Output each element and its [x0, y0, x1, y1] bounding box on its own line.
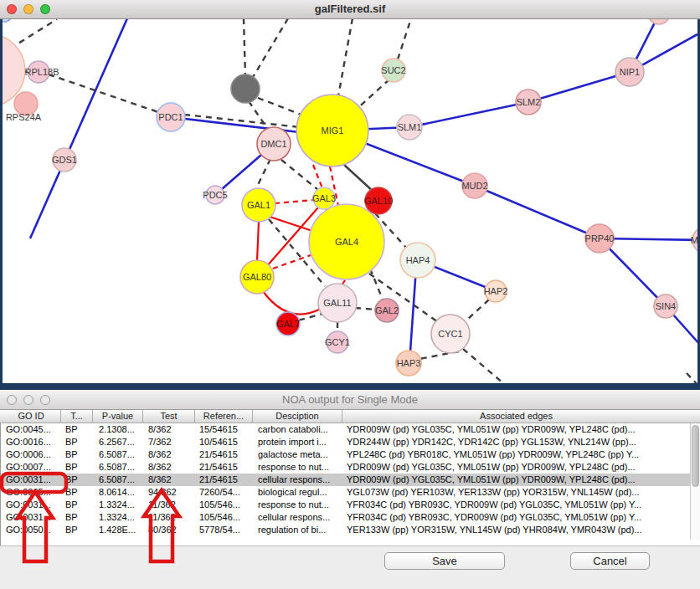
graph-window: RPL18BRPS24AGDS1PDC1MIG1DMC1SUC2SLM1SLM2… [0, 0, 700, 383]
graph-node-SLM1[interactable]: SLM1 [397, 115, 422, 140]
graph-node-label: PRP40 [585, 233, 615, 243]
graph-node-label: HAP2 [484, 286, 508, 296]
cell-go-id: GO:0050... [6, 524, 61, 536]
cell-description: cellular respons... [258, 474, 342, 486]
graph-node-label: SUC2 [381, 65, 405, 75]
graph-node-GAL7[interactable]: GAL7 [276, 312, 300, 335]
cell-test: 11/362 [148, 511, 195, 524]
cell-associated-edges: YER133W (pp) YOR315W, YNL145W (pd) YHR08… [347, 524, 690, 536]
cell-test: 80/362 [148, 524, 195, 536]
cell-description: response to nut... [258, 499, 342, 511]
table-row-5[interactable]: GO:0065...BP8.0614...94/3627260/54...bio… [2, 486, 691, 499]
table-row-2[interactable]: GO:0006...BP6.5087...8/36221/54615galact… [2, 448, 691, 461]
cell-go-id: GO:0065... [6, 486, 61, 499]
cell-p-value: 1.428E... [99, 524, 144, 536]
noa-window-title: NOA output for Single Mode [0, 393, 700, 406]
cell-type: BP [65, 511, 93, 524]
cell-type: BP [65, 448, 93, 461]
graph-node-GAL1[interactable]: GAL1 [242, 188, 275, 222]
table-row-7[interactable]: GO:0031...BP1.3324...11/362105/546...cel… [2, 511, 691, 524]
network-canvas[interactable]: RPL18BRPS24AGDS1PDC1MIG1DMC1SUC2SLM1SLM2… [0, 0, 700, 383]
graph-node-NIP1[interactable]: NIP1 [615, 58, 644, 86]
column-header-5[interactable]: Desciption [253, 410, 342, 423]
noa-output-window: NOA output for Single Mode GO IDT...P-va… [0, 390, 700, 589]
cell-associated-edges: YPL248C (pd) YBR018C, YML051W (pp) YDR00… [347, 448, 690, 461]
graph-node-label: MIG1 [322, 125, 344, 136]
cell-reference: 21/54615 [199, 474, 253, 486]
graph-node-label: PDC1 [158, 112, 183, 122]
cell-p-value: 6.2567... [99, 436, 144, 448]
cancel-button[interactable]: Cancel [570, 552, 650, 570]
graph-node-label: GAL2 [375, 305, 399, 315]
graph-node-label: PDC5 [203, 190, 227, 200]
graph-node-label: HAP4 [406, 255, 430, 265]
graph-node-PDC1[interactable]: PDC1 [157, 103, 185, 131]
graph-node-label: SLM2 [517, 97, 541, 107]
graph-node-MIG1[interactable]: MIG1 [296, 95, 368, 166]
graph-node-SLM2[interactable]: SLM2 [516, 90, 541, 115]
graph-node-MUD2[interactable]: MUD2 [461, 173, 487, 198]
graph-node-gray-node[interactable] [231, 74, 260, 103]
column-header-1[interactable]: T... [61, 410, 93, 423]
cell-reference: 5778/54... [199, 524, 253, 536]
cell-description: galactose meta... [258, 448, 342, 461]
graph-node-CYC1[interactable]: CYC1 [431, 315, 470, 353]
cell-test: 8/362 [148, 474, 195, 486]
table-row-3[interactable]: GO:0007...BP6.5087...8/36221/54615respon… [2, 461, 691, 474]
cell-go-id: GO:0031... [6, 474, 61, 486]
table-row-6[interactable]: GO:0031...BP1.3324...11/362105/546...res… [2, 499, 691, 511]
cell-p-value: 8.0614... [99, 486, 144, 499]
graph-node-HAP2[interactable]: HAP2 [484, 280, 508, 302]
graph-node-GAL4[interactable]: GAL4 [309, 204, 384, 279]
cell-p-value: 2.1308... [99, 423, 144, 436]
graph-node-label: MSL1 [691, 235, 700, 245]
graph-node-GAL80[interactable]: GAL80 [240, 260, 274, 294]
column-header-6[interactable]: Associated edges [342, 410, 690, 423]
graph-node-DMC1[interactable]: DMC1 [257, 127, 291, 161]
graph-node-PRP40[interactable]: PRP40 [585, 224, 615, 253]
column-header-4[interactable]: Referen... [195, 410, 253, 423]
cell-test: 94/362 [148, 486, 195, 499]
graph-node-GAL2[interactable]: GAL2 [375, 299, 399, 322]
save-button[interactable]: Save [384, 552, 505, 570]
cell-reference: 21/54615 [199, 448, 253, 461]
cell-associated-edges: YDR244W (pp) YDR142C, YDR142C (pp) YGL15… [347, 436, 690, 448]
vertical-scrollbar[interactable] [690, 423, 700, 540]
table-row-0[interactable]: GO:0045...BP2.1308...8/36215/54615carbon… [2, 423, 691, 436]
cell-test: 8/362 [148, 423, 195, 436]
cell-type: BP [65, 474, 93, 486]
graph-window-title: galFiltered.sif [0, 3, 700, 15]
footer-bar: Save Cancel [0, 545, 700, 589]
column-header-3[interactable]: Test [143, 410, 195, 423]
cell-associated-edges: YDR009W (pd) YGL035C, YML051W (pp) YDR00… [347, 474, 690, 486]
table-row-4[interactable]: GO:0031...BP6.5087...8/36221/54615cellul… [2, 474, 691, 486]
graph-node-GDS1[interactable]: GDS1 [52, 148, 77, 172]
table-row-1[interactable]: GO:0016...BP6.2567...7/36210/54615protei… [2, 436, 691, 448]
cell-type: BP [65, 461, 93, 474]
column-header-2[interactable]: P-value [93, 410, 143, 423]
graph-node-HAP4[interactable]: HAP4 [400, 243, 435, 278]
graph-node-SUC2[interactable]: SUC2 [381, 59, 405, 82]
column-header-0[interactable]: GO ID [2, 410, 61, 423]
cell-type: BP [65, 486, 93, 499]
graph-node-GAL11[interactable]: GAL11 [318, 284, 357, 322]
graph-node-label: GCY1 [325, 337, 350, 347]
graph-node-GAL3[interactable]: GAL3 [312, 187, 336, 209]
table-row-8[interactable]: GO:0050...BP1.428E...80/3625778/54...reg… [2, 524, 691, 536]
cell-p-value: 6.5087... [99, 474, 144, 486]
cell-description: carbon cataboli... [258, 423, 342, 436]
graph-node-label: GAL80 [243, 272, 271, 282]
graph-node-GAL10[interactable]: GAL10 [364, 187, 393, 214]
table-header: GO IDT...P-valueTestReferen...Desciption… [0, 410, 700, 423]
cell-p-value: 6.5087... [99, 461, 144, 474]
cell-go-id: GO:0006... [6, 448, 61, 461]
cell-go-id: GO:0007... [6, 461, 61, 474]
canvas-background [3, 18, 697, 383]
graph-node-SIN4[interactable]: SIN4 [654, 294, 677, 318]
cell-p-value: 6.5087... [99, 448, 144, 461]
graph-window-titlebar[interactable]: galFiltered.sif [0, 0, 700, 19]
graph-node-label: CYC1 [438, 329, 462, 339]
scrollbar-thumb[interactable] [692, 425, 699, 487]
graph-node-HAP3[interactable]: HAP3 [396, 351, 421, 376]
noa-window-titlebar[interactable]: NOA output for Single Mode [0, 390, 700, 410]
